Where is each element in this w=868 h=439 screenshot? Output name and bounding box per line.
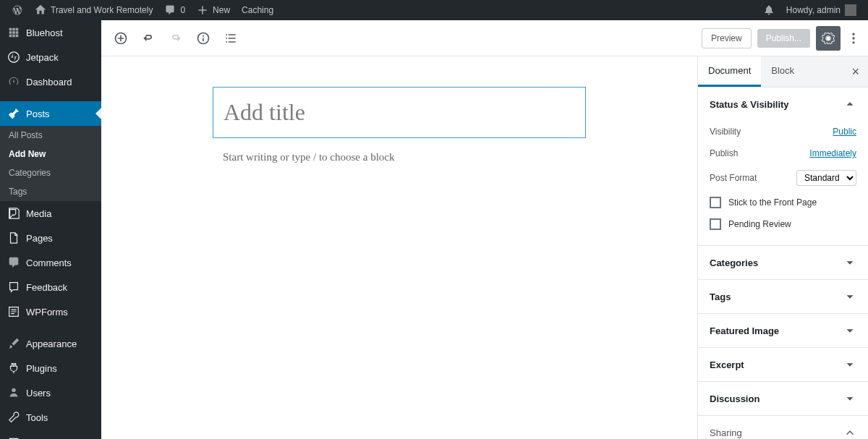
sidebar-sub-add-new[interactable]: Add New <box>0 145 101 163</box>
comments-link[interactable]: 0 <box>158 0 191 20</box>
sidebar-item-posts[interactable]: Posts <box>0 101 101 126</box>
svg-point-5 <box>852 33 854 35</box>
svg-point-6 <box>852 37 854 39</box>
tab-block[interactable]: Block <box>761 56 804 87</box>
redo-button[interactable] <box>163 26 188 51</box>
more-button[interactable] <box>846 26 861 51</box>
panel-excerpt-header[interactable]: Excerpt <box>698 348 868 381</box>
sliders-icon <box>7 435 20 439</box>
sidebar-item-settings[interactable]: Settings <box>0 430 101 439</box>
panel-discussion: Discussion <box>698 382 868 416</box>
panel-excerpt: Excerpt <box>698 348 868 382</box>
sidebar-item-comments[interactable]: Comments <box>0 250 101 275</box>
sidebar-sub-all-posts[interactable]: All Posts <box>0 126 101 145</box>
chevron-up-icon <box>843 426 856 439</box>
jetpack-icon <box>7 51 20 64</box>
new-label: New <box>213 5 230 15</box>
redo-icon <box>169 31 183 46</box>
sidebar-item-pages[interactable]: Pages <box>0 226 101 250</box>
wp-logo[interactable] <box>6 0 29 20</box>
more-vertical-icon <box>846 31 861 46</box>
sidebar-item-users[interactable]: Users <box>0 380 101 405</box>
howdy-text: Howdy, admin <box>786 5 841 15</box>
chevron-down-icon <box>843 256 856 269</box>
grid-icon <box>7 26 20 39</box>
sidebar-sub-tags[interactable]: Tags <box>0 182 101 201</box>
user-icon <box>7 386 20 399</box>
sidebar-sub-categories[interactable]: Categories <box>0 163 101 182</box>
gear-icon <box>821 31 835 46</box>
wordpress-icon <box>12 4 23 16</box>
dashboard-icon <box>7 75 20 88</box>
notifications-link[interactable] <box>757 0 780 20</box>
wrench-icon <box>7 411 20 424</box>
media-icon <box>7 207 20 220</box>
publish-value[interactable]: Immediately <box>809 148 856 158</box>
chevron-up-icon <box>843 98 856 111</box>
format-label: Post Format <box>710 173 757 183</box>
new-link[interactable]: New <box>191 0 236 20</box>
stick-checkbox-row[interactable]: Stick to the Front Page <box>710 192 856 213</box>
publish-label: Publish <box>710 148 738 158</box>
panel-sharing-header[interactable]: Sharing <box>698 416 868 439</box>
editor-canvas[interactable]: Start writing or type / to choose a bloc… <box>101 56 697 439</box>
chevron-down-icon <box>843 392 856 405</box>
brush-icon <box>7 337 20 350</box>
undo-icon <box>141 31 156 46</box>
sidebar-item-wpforms[interactable]: WPForms <box>0 299 101 324</box>
admin-sidebar: Bluehost Jetpack Dashboard Posts All Pos… <box>0 20 101 439</box>
page-icon <box>7 231 20 244</box>
undo-button[interactable] <box>136 26 161 51</box>
sidebar-item-media[interactable]: Media <box>0 201 101 226</box>
sidebar-item-bluehost[interactable]: Bluehost <box>0 20 101 45</box>
chevron-down-icon <box>843 290 856 303</box>
title-block[interactable] <box>213 87 586 138</box>
panel-status-header[interactable]: Status & Visibility <box>698 88 868 121</box>
panel-categories-header[interactable]: Categories <box>698 246 868 279</box>
sidebar-item-feedback[interactable]: Feedback <box>0 275 101 299</box>
chevron-down-icon <box>843 358 856 371</box>
info-button[interactable] <box>191 26 216 51</box>
format-select[interactable]: Standard <box>796 170 856 186</box>
publish-button[interactable]: Publish... <box>757 29 810 48</box>
feedback-icon <box>7 281 20 294</box>
sidebar-item-dashboard[interactable]: Dashboard <box>0 69 101 94</box>
sidebar-item-tools[interactable]: Tools <box>0 405 101 430</box>
title-input[interactable] <box>224 99 575 126</box>
comment-icon <box>164 4 176 16</box>
caching-link[interactable]: Caching <box>236 0 279 20</box>
visibility-label: Visibility <box>710 127 741 137</box>
tab-document[interactable]: Document <box>698 56 761 87</box>
panel-featured-header[interactable]: Featured Image <box>698 314 868 347</box>
visibility-value[interactable]: Public <box>833 127 856 137</box>
pending-checkbox[interactable] <box>710 218 721 230</box>
preview-button[interactable]: Preview <box>702 28 752 48</box>
avatar <box>845 4 856 16</box>
panel-categories: Categories <box>698 246 868 280</box>
comment-icon <box>7 256 20 269</box>
add-block-button[interactable] <box>109 26 133 51</box>
close-settings-button[interactable]: × <box>843 64 868 80</box>
panel-sharing: Sharing Show sharing buttons. <box>698 416 868 439</box>
bell-icon <box>763 4 775 16</box>
wpforms-icon <box>7 305 20 318</box>
svg-point-7 <box>852 41 854 43</box>
settings-toggle-button[interactable] <box>816 26 841 51</box>
list-icon <box>224 31 238 46</box>
home-icon <box>35 4 46 16</box>
panel-discussion-header[interactable]: Discussion <box>698 382 868 415</box>
body-placeholder[interactable]: Start writing or type / to choose a bloc… <box>213 138 586 163</box>
site-link[interactable]: Travel and Work Remotely <box>29 0 158 20</box>
pending-checkbox-row[interactable]: Pending Review <box>710 213 856 235</box>
comments-count: 0 <box>180 5 185 15</box>
chevron-down-icon <box>843 324 856 337</box>
panel-tags-header[interactable]: Tags <box>698 280 868 313</box>
sidebar-item-jetpack[interactable]: Jetpack <box>0 45 101 69</box>
sidebar-item-appearance[interactable]: Appearance <box>0 331 101 356</box>
sidebar-item-plugins[interactable]: Plugins <box>0 356 101 380</box>
outline-button[interactable] <box>218 26 243 51</box>
account-link[interactable]: Howdy, admin <box>780 0 862 20</box>
editor-toolbar: Preview Publish... <box>101 20 868 56</box>
stick-checkbox[interactable] <box>710 197 721 208</box>
plus-icon <box>197 4 208 16</box>
